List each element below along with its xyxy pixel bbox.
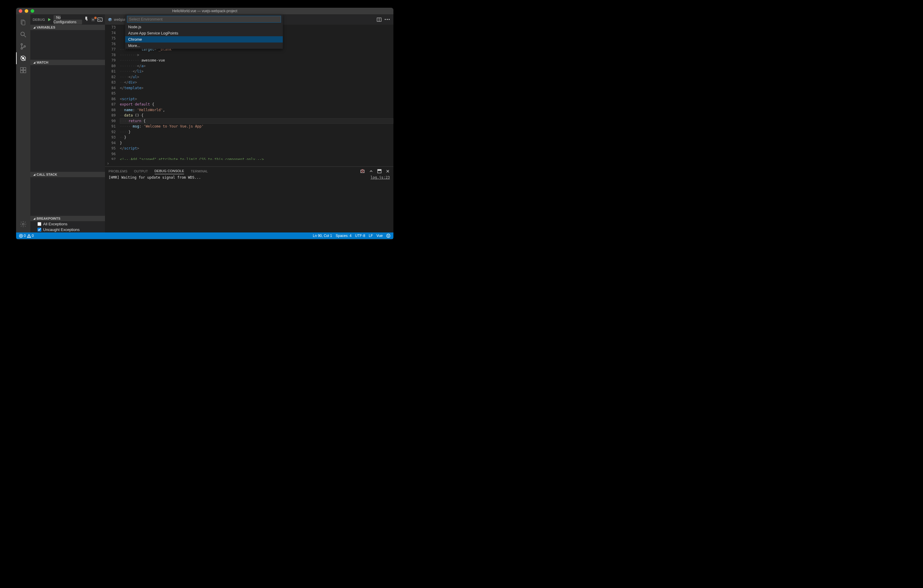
svg-point-14	[22, 223, 24, 225]
svg-point-27	[389, 235, 389, 235]
svg-rect-12	[21, 71, 23, 73]
chevron-down-icon: ◢	[33, 26, 35, 29]
breakpoint-label: All Exceptions	[43, 222, 67, 226]
svg-rect-21	[378, 169, 381, 171]
clear-console-icon[interactable]	[360, 169, 365, 174]
breakpoint-checkbox[interactable]	[38, 228, 41, 232]
editor-tabs: webpa Node.jsAzure App Service LogPoints…	[105, 14, 393, 25]
quick-pick-item[interactable]: Chrome	[125, 36, 283, 43]
status-bar: 0 0 Ln 90, Col 1 Spaces: 4 UTF-8 LF Vue	[16, 232, 393, 239]
quick-pick-item[interactable]: More...	[125, 43, 283, 49]
maximize-window-button[interactable]	[31, 9, 34, 13]
status-language[interactable]: Vue	[376, 234, 383, 238]
breakpoint-row[interactable]: All Exceptions	[30, 221, 105, 227]
window-controls	[19, 9, 34, 13]
start-debug-button[interactable]	[47, 18, 52, 21]
status-ln-col[interactable]: Ln 90, Col 1	[313, 234, 332, 238]
debug-console-toggle-button[interactable]	[97, 18, 103, 22]
minimize-window-button[interactable]	[25, 9, 28, 13]
variables-label: VARIABLES	[36, 26, 55, 29]
breakpoint-label: Uncaught Exceptions	[43, 227, 80, 232]
extensions-icon[interactable]	[16, 64, 30, 76]
variables-header[interactable]: ◢ VARIABLES	[30, 25, 105, 30]
quick-pick: Node.jsAzure App Service LogPointsChrome…	[125, 14, 283, 49]
config-badge-dot	[94, 16, 97, 19]
status-eol[interactable]: LF	[369, 234, 373, 238]
watch-label: WATCH	[36, 61, 48, 64]
svg-rect-11	[23, 67, 26, 70]
svg-line-3	[24, 35, 26, 37]
quick-pick-input[interactable]	[127, 16, 281, 23]
breakpoints-header[interactable]: ◢ BREAKPOINTS	[30, 216, 105, 221]
watch-header[interactable]: ◢ WATCH	[30, 60, 105, 65]
more-actions-icon[interactable]: •••	[384, 17, 391, 22]
chevron-down-icon: ◢	[33, 61, 35, 64]
breakpoints-label: BREAKPOINTS	[36, 217, 60, 220]
editor-area: webpa Node.jsAzure App Service LogPoints…	[105, 14, 393, 232]
split-editor-icon[interactable]	[377, 17, 381, 22]
quick-pick-item[interactable]: Node.js	[125, 24, 283, 30]
debug-icon[interactable]	[16, 52, 30, 64]
close-window-button[interactable]	[19, 9, 22, 13]
svg-rect-10	[21, 67, 23, 70]
callstack-section: ◢ CALL STACK	[30, 172, 105, 216]
variables-section: ◢ VARIABLES	[30, 25, 105, 60]
window-title: HelloWorld.vue — vuejs-webpack-project	[16, 9, 393, 13]
configure-gear-button[interactable]	[91, 17, 95, 22]
breakpoints-section: ◢ BREAKPOINTS All ExceptionsUncaught Exc…	[30, 216, 105, 232]
line-gutter: 7374757677787980818283848586878889909192…	[105, 25, 120, 160]
svg-rect-13	[23, 71, 26, 73]
debug-sidebar: DEBUG No Configurations ▴▾	[30, 14, 105, 232]
debug-config-select[interactable]: No Configurations ▴▾	[54, 15, 89, 24]
svg-point-15	[92, 19, 94, 20]
panel-tab[interactable]: DEBUG CONSOLE	[154, 168, 184, 174]
console-source-link[interactable]: log.js:23	[371, 176, 390, 179]
panel-tabs: PROBLEMSOUTPUTDEBUG CONSOLETERMINAL	[105, 167, 393, 174]
source-control-icon[interactable]	[16, 40, 30, 52]
breakpoint-checkbox[interactable]	[38, 222, 41, 226]
callstack-label: CALL STACK	[36, 173, 57, 176]
status-encoding[interactable]: UTF-8	[355, 234, 365, 238]
explorer-icon[interactable]	[16, 16, 30, 28]
chevron-right-icon: ›	[107, 161, 109, 166]
close-panel-icon[interactable]	[386, 169, 390, 173]
callstack-header[interactable]: ◢ CALL STACK	[30, 172, 105, 177]
svg-rect-1	[22, 21, 25, 25]
panel-tab[interactable]: PROBLEMS	[108, 168, 128, 174]
maximize-panel-icon[interactable]	[377, 169, 381, 173]
panel-breadcrumb[interactable]: ›	[105, 160, 393, 166]
bottom-panel: PROBLEMSOUTPUTDEBUG CONSOLETERMINAL	[105, 166, 393, 232]
chevron-down-icon: ◢	[33, 173, 35, 176]
search-icon[interactable]	[16, 28, 30, 40]
status-errors[interactable]: 0	[19, 234, 26, 238]
debug-sidebar-header: DEBUG No Configurations ▴▾	[30, 14, 105, 25]
svg-point-26	[388, 235, 388, 235]
watch-section: ◢ WATCH	[30, 60, 105, 172]
activity-bar	[16, 14, 30, 232]
svg-point-24	[29, 237, 29, 237]
chevron-down-icon: ◢	[33, 217, 35, 220]
vue-icon	[108, 18, 112, 22]
status-spaces[interactable]: Spaces: 4	[336, 234, 351, 238]
breakpoint-row[interactable]: Uncaught Exceptions	[30, 227, 105, 232]
svg-rect-16	[97, 18, 102, 21]
debug-console-output[interactable]: [HMR] Waiting for update signal from WDS…	[105, 174, 393, 232]
panel-tab[interactable]: OUTPUT	[134, 168, 148, 174]
quick-pick-item[interactable]: Azure App Service LogPoints	[125, 30, 283, 36]
vscode-window: HelloWorld.vue — vuejs-webpack-project	[16, 8, 393, 240]
svg-point-5	[21, 48, 23, 49]
status-feedback-icon[interactable]	[386, 234, 391, 238]
titlebar[interactable]: HelloWorld.vue — vuejs-webpack-project	[16, 8, 393, 14]
svg-point-25	[387, 234, 390, 238]
svg-point-4	[21, 44, 23, 45]
sidebar-title: DEBUG	[33, 18, 45, 21]
panel-tab[interactable]: TERMINAL	[191, 168, 208, 174]
tab-label: webpa	[114, 17, 125, 22]
svg-point-2	[21, 32, 25, 36]
settings-gear-icon[interactable]	[16, 218, 30, 230]
collapse-panel-icon[interactable]	[369, 169, 373, 173]
console-line: [HMR] Waiting for update signal from WDS…	[108, 176, 201, 179]
status-warnings[interactable]: 0	[27, 234, 34, 238]
